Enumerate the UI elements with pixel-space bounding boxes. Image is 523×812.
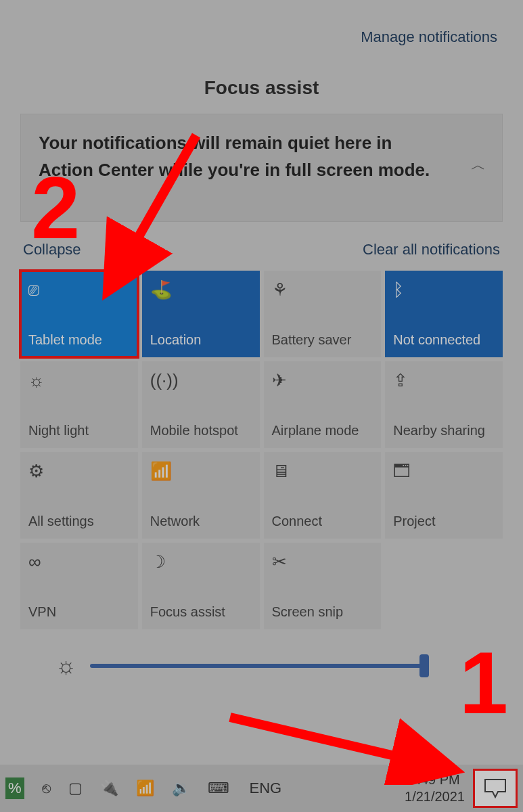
power-icon[interactable]: 🔌 (100, 780, 118, 797)
connect-icon: 🖥 (272, 460, 373, 482)
network-icon: 📶 (150, 460, 252, 482)
tile-network[interactable]: 📶Network (142, 452, 260, 539)
tile-label: Focus assist (150, 604, 252, 620)
night-light-icon: ☼ (28, 369, 130, 391)
brightness-row: ☼ (55, 652, 503, 679)
tile-not-connected[interactable]: ᛒNot connected (385, 271, 503, 357)
tile-tablet-mode[interactable]: ⎚Tablet mode (20, 271, 138, 357)
time-text: 6:49 PM (405, 771, 465, 788)
tile-airplane-mode[interactable]: ✈Airplane mode (264, 361, 382, 448)
tile-project[interactable]: 🗔Project (385, 452, 503, 539)
tile-label: All settings (28, 514, 130, 529)
settings-icon: ⚙ (28, 460, 130, 482)
clock[interactable]: 6:49 PM 1/21/2021 (405, 771, 465, 805)
battery-saver-icon: ⚘ (272, 279, 373, 300)
mobile-hotspot-icon: ((·)) (150, 369, 252, 391)
taskbar: % ⎋ ▢ 🔌 📶 🔉 ⌨ ENG 6:49 PM 1/21/2021 (0, 765, 523, 812)
tile-all-settings[interactable]: ⚙All settings (20, 452, 138, 539)
tile-night-light[interactable]: ☼Night light (20, 361, 138, 448)
nearby-sharing-icon: ⇪ (393, 369, 495, 391)
tile-mobile-hotspot[interactable]: ((·))Mobile hotspot (142, 361, 260, 448)
tile-label: Tablet mode (28, 332, 130, 348)
bluetooth-icon: ᛒ (393, 279, 495, 300)
action-center-button[interactable] (473, 769, 518, 808)
collapse-link[interactable]: Collapse (23, 241, 81, 258)
screen-snip-icon: ✂ (272, 551, 373, 572)
slider-thumb[interactable] (419, 654, 429, 677)
focus-assist-notification[interactable]: Your notifications will remain quiet her… (20, 114, 503, 222)
tile-label: Project (393, 514, 495, 529)
clear-all-notifications-link[interactable]: Clear all notifications (363, 241, 500, 258)
project-icon: 🗔 (393, 460, 495, 482)
action-center-panel: Manage notifications Focus assist Your n… (0, 0, 523, 765)
brightness-icon: ☼ (55, 652, 76, 679)
tile-battery-saver[interactable]: ⚘Battery saver (264, 271, 382, 357)
brightness-slider[interactable] (90, 664, 428, 668)
meet-now-icon[interactable]: ▢ (68, 780, 83, 797)
quick-action-tiles: ⎚Tablet mode⛳Location⚘Battery saverᛒNot … (20, 271, 503, 629)
section-title: Focus assist (20, 77, 503, 99)
tile-nearby-sharing[interactable]: ⇪Nearby sharing (385, 361, 503, 448)
tile-label: Night light (28, 423, 130, 438)
tile-label: Not connected (393, 332, 495, 348)
tile-label: VPN (28, 604, 130, 620)
tile-label: Location (150, 332, 252, 348)
manage-notifications-link[interactable]: Manage notifications (20, 14, 503, 46)
tile-connect[interactable]: 🖥Connect (264, 452, 382, 539)
language-indicator[interactable]: ENG (250, 780, 282, 797)
system-tray: % ⎋ ▢ 🔌 📶 🔉 ⌨ (5, 777, 229, 799)
tile-label: Mobile hotspot (150, 423, 252, 438)
tile-label: Airplane mode (272, 423, 373, 438)
tile-focus-assist[interactable]: ☽Focus assist (142, 543, 260, 629)
volume-icon[interactable]: 🔉 (172, 780, 190, 797)
chevron-up-icon[interactable]: ︿ (470, 156, 487, 174)
tile-label: Connect (272, 514, 373, 529)
tile-label: Screen snip (272, 604, 373, 620)
tile-screen-snip[interactable]: ✂Screen snip (264, 543, 382, 629)
airplane-mode-icon: ✈ (272, 369, 373, 391)
headset-icon[interactable]: ⎋ (42, 780, 51, 797)
notification-icon (484, 778, 507, 798)
keyboard-icon[interactable]: ⌨ (208, 780, 229, 797)
tablet-mode-icon: ⎚ (28, 279, 130, 300)
tile-label: Battery saver (272, 332, 373, 348)
date-text: 1/21/2021 (405, 788, 465, 805)
focus-assist-icon: ☽ (150, 551, 252, 572)
notification-text: Your notifications will remain quiet her… (39, 129, 431, 184)
tile-label: Nearby sharing (393, 423, 495, 438)
vpn-icon: ∞ (28, 551, 130, 572)
tile-vpn[interactable]: ∞VPN (20, 543, 138, 629)
tile-location[interactable]: ⛳Location (142, 271, 260, 357)
percent-indicator-icon[interactable]: % (5, 777, 24, 799)
wifi-icon[interactable]: 📶 (136, 780, 154, 797)
location-icon: ⛳ (150, 279, 252, 300)
tile-label: Network (150, 514, 252, 529)
